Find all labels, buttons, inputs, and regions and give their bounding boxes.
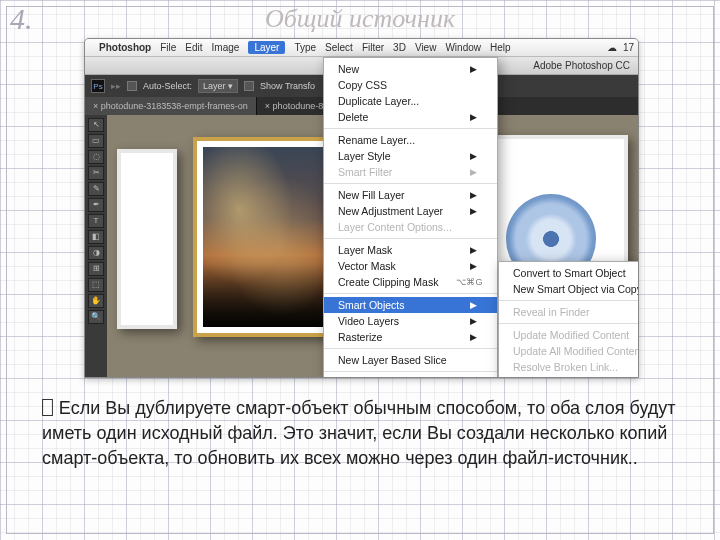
body-text: ⎕Если Вы дублируете смарт-объект обычным… — [42, 395, 678, 472]
tool-button[interactable]: ✒ — [88, 198, 104, 212]
tool-button[interactable]: T — [88, 214, 104, 228]
menubar-item-select[interactable]: Select — [325, 42, 353, 53]
menu-item[interactable]: Smart Objects▶ — [324, 297, 497, 313]
menubar-item-help[interactable]: Help — [490, 42, 511, 53]
tool-button[interactable]: ⬚ — [88, 278, 104, 292]
mac-menubar: PhotoshopFileEditImageLayerTypeSelectFil… — [85, 39, 638, 57]
frame-city-photo — [193, 137, 333, 337]
menu-item: Update Modified Content — [499, 327, 639, 343]
menubar-item-image[interactable]: Image — [212, 42, 240, 53]
menu-item: Layer Content Options... — [324, 219, 497, 235]
menu-item[interactable]: Copy CSS — [324, 77, 497, 93]
menubar-item-window[interactable]: Window — [445, 42, 481, 53]
menu-item[interactable]: Rename Layer... — [324, 132, 497, 148]
menubar-right-label: 17 — [623, 42, 634, 53]
bullet-icon: ⎕ — [42, 397, 53, 418]
frame-empty-left — [117, 149, 177, 329]
tool-button[interactable]: ◌ — [88, 150, 104, 164]
slide-title: Общий источник — [0, 4, 720, 34]
menubar-item-file[interactable]: File — [160, 42, 176, 53]
menu-item: Update All Modified Content — [499, 343, 639, 359]
document-tab[interactable]: × photodune-3183538-empt-frames-on — [85, 97, 257, 115]
layer-menu-dropdown[interactable]: New▶Copy CSSDuplicate Layer...Delete▶Ren… — [323, 57, 498, 378]
menubar-item-layer[interactable]: Layer — [248, 41, 285, 54]
menu-item[interactable]: New Smart Object via Copy — [499, 281, 639, 297]
tool-button[interactable]: ✂ — [88, 166, 104, 180]
tool-button[interactable]: ◑ — [88, 246, 104, 260]
menu-item: Smart Filter▶ — [324, 164, 497, 180]
body-paragraph: Если Вы дублируете смарт-объект обычным … — [42, 398, 676, 468]
tool-button[interactable]: ✋ — [88, 294, 104, 308]
menubar-item-photoshop[interactable]: Photoshop — [99, 42, 151, 53]
smart-objects-submenu[interactable]: Convert to Smart ObjectF5New Smart Objec… — [498, 261, 639, 378]
menubar-item-view[interactable]: View — [415, 42, 437, 53]
menubar-item-filter[interactable]: Filter — [362, 42, 384, 53]
menu-item[interactable]: Convert to Smart ObjectF5 — [499, 265, 639, 281]
auto-select-checkbox[interactable] — [127, 81, 137, 91]
menubar-item-edit[interactable]: Edit — [185, 42, 202, 53]
menu-item[interactable]: Duplicate Layer... — [324, 93, 497, 109]
menu-item[interactable]: New Adjustment Layer▶ — [324, 203, 497, 219]
menubar-item-3d[interactable]: 3D — [393, 42, 406, 53]
city-photo — [203, 147, 323, 327]
tool-button[interactable]: ↖ — [88, 118, 104, 132]
menu-item[interactable]: Create Clipping Mask⌥⌘G — [324, 274, 497, 290]
menubar-item-type[interactable]: Type — [294, 42, 316, 53]
menu-item: Resolve Broken Link... — [499, 359, 639, 375]
menu-item[interactable]: Layer Mask▶ — [324, 242, 497, 258]
menu-item[interactable]: Delete▶ — [324, 109, 497, 125]
photoshop-window: PhotoshopFileEditImageLayerTypeSelectFil… — [84, 38, 639, 378]
tool-button[interactable]: ◧ — [88, 230, 104, 244]
menu-item: Reveal in Finder — [499, 304, 639, 320]
tool-button[interactable]: ▭ — [88, 134, 104, 148]
menu-item[interactable]: Group Layers⌘G — [324, 375, 497, 378]
menu-item[interactable]: Layer Style▶ — [324, 148, 497, 164]
menu-item[interactable]: Vector Mask▶ — [324, 258, 497, 274]
tool-button[interactable]: ✎ — [88, 182, 104, 196]
auto-select-label: Auto-Select: — [143, 81, 192, 91]
menu-item[interactable]: New Fill Layer▶ — [324, 187, 497, 203]
tool-palette: ↖▭◌✂✎✒T◧◑⊞⬚✋🔍 — [85, 115, 107, 378]
creative-cloud-icon[interactable]: ☁ — [607, 42, 617, 53]
menu-item[interactable]: New▶ — [324, 61, 497, 77]
show-transform-label: Show Transfo — [260, 81, 315, 91]
auto-select-dropdown[interactable]: Layer ▾ — [198, 79, 238, 93]
tool-button[interactable]: ⊞ — [88, 262, 104, 276]
app-title: Adobe Photoshop CC — [533, 60, 630, 71]
ps-logo-icon[interactable]: Ps — [91, 79, 105, 93]
show-transform-checkbox[interactable] — [244, 81, 254, 91]
menu-item[interactable]: Video Layers▶ — [324, 313, 497, 329]
tool-button[interactable]: 🔍 — [88, 310, 104, 324]
menu-item[interactable]: Rasterize▶ — [324, 329, 497, 345]
menu-item[interactable]: New Layer Based Slice — [324, 352, 497, 368]
